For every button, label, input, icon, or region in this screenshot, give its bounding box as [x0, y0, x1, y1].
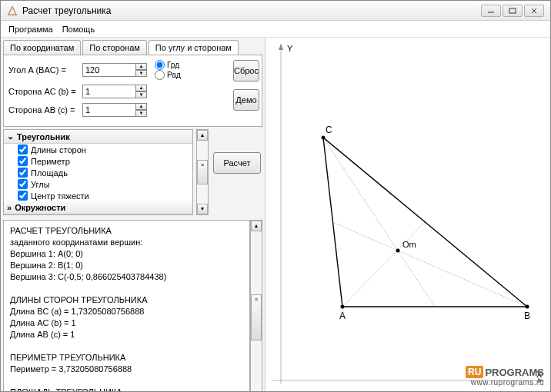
chevron-right-icon: » [7, 203, 12, 212]
side-ab-spinner[interactable]: ▲▼ [135, 103, 147, 117]
label-centroid: Om [402, 240, 416, 249]
reset-button[interactable]: Сброс [233, 60, 259, 81]
side-ac-input[interactable] [82, 85, 136, 98]
watermark: RUPROGRAMS www.ruprograms.ru [466, 366, 544, 387]
svg-point-13 [526, 305, 529, 309]
svg-rect-1 [509, 8, 516, 13]
tab-coords[interactable]: По координатам [3, 40, 81, 55]
svg-line-8 [342, 222, 425, 307]
svg-marker-6 [323, 138, 527, 307]
angle-spinner[interactable]: ▲▼ [135, 63, 147, 77]
tab-angle-sides[interactable]: По углу и сторонам [149, 40, 239, 55]
input-panel: Угол A (BAC) = ▲▼ Грд Рад Сторона AC (b)… [3, 55, 262, 127]
chevron-down-icon: ⌄ [7, 131, 14, 141]
unit-deg[interactable]: Грд [155, 60, 229, 70]
options-area: ⌄ Треугольник Длины сторон Периметр Площ… [3, 129, 262, 215]
app-icon [7, 5, 18, 16]
left-panel: По координатам По сторонам По углу и сто… [1, 38, 265, 391]
options-header-triangle[interactable]: ⌄ Треугольник [4, 130, 192, 144]
results-text[interactable]: РАСЧЕТ ТРЕУГОЛЬНИКА заданного координата… [3, 220, 250, 392]
side-ab-input[interactable] [82, 103, 136, 117]
checkbox-area[interactable] [18, 168, 28, 178]
label-c: C [326, 125, 332, 135]
option-row[interactable]: Длины сторон [4, 144, 192, 155]
menu-help[interactable]: Помощь [62, 25, 95, 34]
side-ab-label: Сторона AB (c) = [8, 105, 82, 115]
menu-program[interactable]: Программа [8, 25, 53, 34]
options-scrollbar[interactable]: ▲≡▼ [196, 129, 209, 215]
checkbox-angles[interactable] [18, 179, 28, 189]
angle-input[interactable] [82, 63, 136, 77]
canvas-area: Y X Om C A B RUPROGRAMS www.ruprograms.r… [265, 38, 550, 391]
label-b: B [524, 311, 530, 321]
minimize-button[interactable] [481, 5, 501, 17]
close-button[interactable] [524, 5, 544, 17]
tab-sides[interactable]: По сторонам [82, 40, 147, 55]
tabs: По координатам По сторонам По углу и сто… [1, 38, 265, 55]
side-ac-spinner[interactable]: ▲▼ [135, 85, 147, 98]
maximize-button[interactable] [503, 5, 523, 17]
svg-point-12 [341, 305, 345, 309]
checkbox-centroid[interactable] [18, 191, 28, 201]
svg-point-10 [396, 249, 400, 253]
menubar: Программа Помощь [1, 21, 550, 38]
side-ac-label: Сторона AC (b) = [8, 87, 82, 96]
calc-button[interactable]: Расчет [213, 152, 261, 174]
checkbox-lengths[interactable] [18, 145, 28, 154]
options-list[interactable]: ⌄ Треугольник Длины сторон Периметр Площ… [3, 129, 193, 215]
results-scrollbar[interactable]: ▲≡▼ [250, 220, 262, 392]
window-buttons [481, 5, 544, 17]
option-row[interactable]: Периметр [4, 155, 192, 167]
option-row[interactable]: Углы [4, 178, 192, 190]
option-row[interactable]: Площадь [4, 167, 192, 178]
checkbox-perimeter[interactable] [18, 156, 28, 166]
option-row[interactable]: Центр тяжести [4, 190, 192, 201]
demo-button[interactable]: Демо [233, 89, 259, 111]
unit-rad[interactable]: Рад [155, 70, 229, 80]
label-a: A [339, 311, 346, 321]
radio-rad[interactable] [155, 70, 165, 80]
triangle-canvas: Y X Om C A B [265, 38, 550, 391]
radio-deg[interactable] [155, 60, 165, 70]
axis-y-label: Y [287, 44, 293, 53]
titlebar: Расчет треугольника [1, 1, 550, 21]
angle-label: Угол A (BAC) = [8, 65, 82, 75]
window-title: Расчет треугольника [22, 5, 481, 16]
svg-point-11 [322, 136, 326, 140]
svg-line-9 [332, 222, 527, 307]
options-header-circles[interactable]: » Окружности [4, 201, 192, 214]
